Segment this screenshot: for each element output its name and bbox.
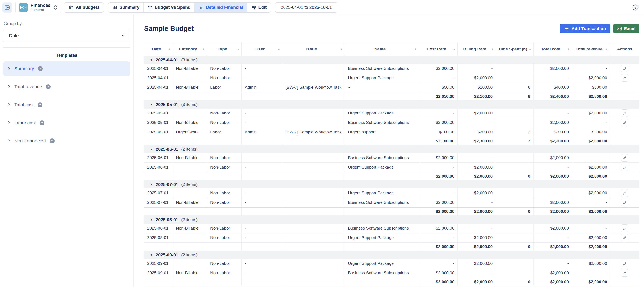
collapse-group-icon[interactable]: ▼ xyxy=(150,253,153,256)
edit-transaction-button[interactable] xyxy=(621,119,628,126)
collapse-group-icon[interactable]: ▼ xyxy=(150,103,153,106)
column-header-date[interactable]: Date▲ xyxy=(144,43,173,56)
cell-type: Non-Labor xyxy=(207,188,242,198)
subtotal-cell-billing_rate: $2,300.00 xyxy=(458,137,496,145)
subtotal-cell-time: 2 xyxy=(496,137,534,145)
subtotal-cell-name xyxy=(345,278,419,286)
divider xyxy=(61,3,61,13)
tab-detailed-financial-label: Detailed Financial xyxy=(206,5,243,10)
group-header-row[interactable]: ▼2025-05-01(3 items) xyxy=(144,101,639,109)
table-row: 2025-05-01Urgent workLaborAdmin[BW-7] Sa… xyxy=(144,127,639,137)
column-header-billing_rate[interactable]: Billing Rate▲ xyxy=(458,43,496,56)
group-header-row[interactable]: ▼2025-09-01(2 items) xyxy=(144,251,639,259)
edit-transaction-button[interactable] xyxy=(621,164,628,171)
help-circle-icon[interactable]: ? xyxy=(38,66,43,72)
column-header-time[interactable]: Time Spent (h)▲ xyxy=(496,43,534,56)
tab-detailed-financial[interactable]: Detailed Financial xyxy=(194,3,247,12)
cell-billing_rate: - xyxy=(458,268,496,277)
column-header-issue[interactable]: Issue▲ xyxy=(282,43,345,56)
tab-edit[interactable]: Edit xyxy=(247,3,271,12)
cell-name: Urgent Support Package xyxy=(345,233,419,242)
all-budgets-button[interactable]: All budgets xyxy=(64,3,104,13)
help-circle-icon[interactable]: ? xyxy=(49,138,55,144)
subtotal-cell-user xyxy=(242,278,282,286)
sidebar-item-summary[interactable]: Summary? xyxy=(3,61,130,76)
collapse-group-icon[interactable]: ▼ xyxy=(150,58,153,61)
cell-total_revenue: - xyxy=(572,118,610,127)
cell-issue xyxy=(282,153,345,162)
edit-transaction-button[interactable] xyxy=(621,234,628,241)
subtotal-cell-total_cost: $2,000.00 xyxy=(534,207,572,215)
subtotal-row: $2,000.00$2,000.000$2,000.00$2,000.00 xyxy=(144,278,639,286)
excel-export-button[interactable]: X Excel xyxy=(614,24,639,34)
cell-issue xyxy=(282,198,345,207)
help-circle-icon[interactable]: ? xyxy=(37,102,43,108)
edit-transaction-button[interactable] xyxy=(621,199,628,206)
column-header-name[interactable]: Name▲ xyxy=(345,43,419,56)
cell-date: 2025-04-01 xyxy=(144,64,173,73)
cell-user: - xyxy=(242,153,282,162)
subtotal-cell-time: 0 xyxy=(496,278,534,286)
date-range-value: 2025-04-01 to 2026-10-01 xyxy=(281,5,332,10)
subtotal-cell-type xyxy=(207,243,242,251)
subtotal-cell-billing_rate: $2,000.00 xyxy=(458,207,496,215)
group-by-select[interactable]: Date xyxy=(3,29,130,42)
column-header-cost_rate[interactable]: Cost Rate▲ xyxy=(419,43,458,56)
cell-issue xyxy=(282,64,345,73)
cell-name: Urgent support xyxy=(345,127,419,137)
cell-issue xyxy=(282,73,345,83)
edit-transaction-button[interactable] xyxy=(621,260,628,267)
help-circle-icon[interactable]: ? xyxy=(45,84,51,90)
cell-user: - xyxy=(242,118,282,127)
help-button[interactable]: ? xyxy=(632,4,639,11)
group-header-row[interactable]: ▼2025-08-01(2 items) xyxy=(144,216,639,224)
group-header-row[interactable]: ▼2025-06-01(2 items) xyxy=(144,145,639,153)
cell-total_cost: $400.00 xyxy=(534,83,572,92)
column-header-type[interactable]: Type▲ xyxy=(207,43,242,56)
edit-transaction-button[interactable] xyxy=(621,189,628,197)
column-header-total_revenue[interactable]: Total revenue▲ xyxy=(572,43,610,56)
subtotal-cell-name xyxy=(345,243,419,251)
chevron-right-icon xyxy=(7,85,11,89)
tab-budget-vs-spend[interactable]: Budget vs Spend xyxy=(144,3,194,12)
column-label: Name xyxy=(374,47,386,52)
collapse-group-icon[interactable]: ▼ xyxy=(150,183,153,186)
subtotal-cell-actions xyxy=(610,278,639,286)
column-header-user[interactable]: User▲ xyxy=(242,43,282,56)
column-label: Category xyxy=(179,47,197,52)
collapse-sidebar-button[interactable] xyxy=(2,3,12,13)
cell-user: - xyxy=(242,268,282,277)
table-row: 2025-04-01Non-BillableLaborAdmin[BW-7] S… xyxy=(144,83,639,92)
cell-name: Business Software Subscriptions xyxy=(345,268,419,277)
group-header-row[interactable]: ▼2025-04-01(3 items) xyxy=(144,56,639,64)
edit-transaction-button[interactable] xyxy=(621,74,628,82)
cell-type: Non-Labor xyxy=(207,224,242,233)
subtotal-cell-cost_rate: $2,000.00 xyxy=(419,207,458,215)
table-row: 2025-08-01Non-BillableNon-Labor-Business… xyxy=(144,224,639,233)
group-header-row[interactable]: ▼2025-07-01(2 items) xyxy=(144,180,639,188)
cell-total_revenue: $2,000.00 xyxy=(572,259,610,268)
add-transaction-button[interactable]: Add Transaction xyxy=(560,24,610,34)
edit-transaction-button[interactable] xyxy=(621,224,628,232)
group-count: (2 items) xyxy=(181,217,198,222)
app-switcher[interactable]: Finances General xyxy=(19,3,58,12)
subtotal-cell-actions xyxy=(610,137,639,145)
sidebar-item-total-revenue[interactable]: Total revenue? xyxy=(3,80,130,94)
edit-transaction-button[interactable] xyxy=(621,269,628,277)
collapse-group-icon[interactable]: ▼ xyxy=(150,148,153,151)
column-header-category[interactable]: Category▲ xyxy=(173,43,207,56)
sidebar-item-labor-cost[interactable]: Labor cost? xyxy=(3,116,130,130)
tab-summary[interactable]: Summary xyxy=(108,3,144,12)
subtotal-cell-billing_rate: $2,000.00 xyxy=(458,243,496,251)
sidebar-item-non-labor-cost[interactable]: Non-Labor cost? xyxy=(3,134,130,148)
edit-transaction-button[interactable] xyxy=(621,65,628,72)
edit-transaction-button[interactable] xyxy=(621,154,628,162)
date-range-input[interactable]: 2025-04-01 to 2026-10-01 xyxy=(275,3,337,13)
help-circle-icon[interactable]: ? xyxy=(39,120,45,126)
sidebar-item-total-cost[interactable]: Total cost? xyxy=(3,98,130,112)
edit-transaction-button[interactable] xyxy=(621,109,628,117)
cell-time xyxy=(496,268,534,277)
column-header-total_cost[interactable]: Total cost▲ xyxy=(534,43,572,56)
column-label: Total revenue xyxy=(576,47,602,52)
collapse-group-icon[interactable]: ▼ xyxy=(150,218,153,221)
